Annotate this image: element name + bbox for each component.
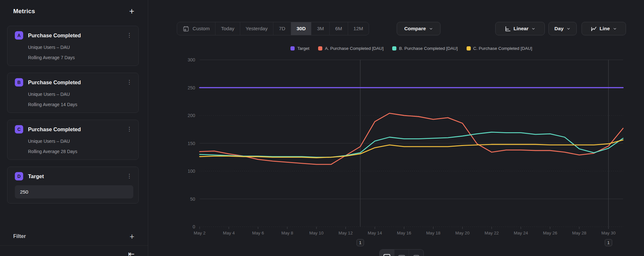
metric-options-button[interactable]: ⋮ bbox=[125, 33, 133, 38]
target-card[interactable]: DTarget⋮ bbox=[7, 167, 139, 204]
metrics-header: Metrics + bbox=[13, 8, 134, 15]
metric-card-b[interactable]: BPurchase Completed⋮Unique Users – DAURo… bbox=[7, 73, 139, 113]
chart-type-select-button[interactable]: Line bbox=[582, 22, 626, 35]
legend-item-0[interactable]: Target bbox=[290, 46, 309, 51]
y-axis-label-200: 200 bbox=[188, 113, 195, 118]
chart-type-label: Line bbox=[600, 26, 610, 32]
y-axis-label-50: 50 bbox=[190, 197, 195, 202]
x-axis-label-may-8: May 8 bbox=[281, 231, 293, 235]
metrics-sidebar: Metrics + APurchase Completed⋮Unique Use… bbox=[0, 0, 148, 256]
date-range-label: Yesterday bbox=[246, 26, 268, 32]
date-range-12m[interactable]: 12M bbox=[348, 22, 369, 35]
filter-title: Filter bbox=[13, 233, 26, 239]
x-axis-label-may-24: May 24 bbox=[514, 231, 528, 235]
series-line-c-purchase-completed-dau[interactable] bbox=[200, 140, 623, 158]
collapse-sidebar-button[interactable]: ⇤ bbox=[128, 250, 135, 256]
target-options-button[interactable]: ⋮ bbox=[125, 174, 133, 179]
chart-size-control bbox=[379, 249, 424, 256]
metric-transform: Rolling Average 14 Days bbox=[28, 101, 133, 108]
metric-title: Purchase Completed bbox=[28, 32, 125, 39]
date-range-label: 30D bbox=[297, 26, 306, 32]
x-axis-label-may-12: May 12 bbox=[338, 231, 353, 235]
date-range-yesterday[interactable]: Yesterday bbox=[240, 22, 273, 35]
legend-item-2[interactable]: B. Purchase Completed [DAU] bbox=[392, 46, 458, 51]
date-range-custom[interactable]: Custom bbox=[177, 22, 215, 35]
target-title: Target bbox=[28, 173, 125, 179]
x-axis-label-may-16: May 16 bbox=[397, 231, 411, 235]
x-axis-label-may-2: May 2 bbox=[194, 231, 206, 235]
chart-legend: TargetA. Purchase Completed [DAU]B. Purc… bbox=[200, 46, 623, 51]
date-range-label: 7D bbox=[279, 26, 285, 32]
compare-button[interactable]: Compare bbox=[397, 22, 440, 35]
x-axis-label-may-30: May 30 bbox=[601, 231, 616, 235]
date-range-7d[interactable]: 7D bbox=[273, 22, 291, 35]
metric-card-a[interactable]: APurchase Completed⋮Unique Users – DAURo… bbox=[7, 26, 139, 66]
chart-size-medium-button[interactable] bbox=[394, 250, 409, 256]
chart-size-large-button[interactable] bbox=[380, 250, 394, 256]
x-axis-label-may-14: May 14 bbox=[368, 231, 382, 235]
date-range-6m[interactable]: 6M bbox=[330, 22, 348, 35]
metrics-title: Metrics bbox=[13, 8, 35, 15]
metric-options-button[interactable]: ⋮ bbox=[125, 127, 133, 132]
filter-section: Filter + bbox=[13, 233, 134, 240]
date-range-today[interactable]: Today bbox=[215, 22, 240, 35]
add-filter-button[interactable]: + bbox=[129, 233, 134, 240]
chevron-down-icon bbox=[531, 27, 535, 31]
metric-card-header: BPurchase Completed⋮ bbox=[15, 78, 133, 87]
date-range-label: 12M bbox=[354, 26, 363, 32]
x-axis-label-may-6: May 6 bbox=[252, 231, 264, 235]
interval-select-button[interactable]: Day bbox=[548, 22, 577, 35]
legend-label: C. Purchase Completed [DAU] bbox=[473, 46, 532, 51]
date-range-label: 6M bbox=[335, 26, 342, 32]
chart-size-small-button[interactable] bbox=[409, 250, 423, 256]
metric-measurement: Unique Users – DAU bbox=[28, 138, 133, 144]
legend-label: Target bbox=[297, 46, 309, 51]
metric-letter-badge: C bbox=[15, 125, 23, 133]
linear-scale-icon bbox=[505, 26, 511, 32]
scale-select-button[interactable]: Linear bbox=[495, 22, 545, 35]
legend-swatch bbox=[318, 46, 322, 50]
y-axis-label-0: 0 bbox=[193, 224, 195, 229]
line-chart-icon bbox=[591, 26, 597, 32]
calendar-icon bbox=[183, 25, 189, 32]
metric-measurement: Unique Users – DAU bbox=[28, 91, 133, 97]
metric-transform: Rolling Average 28 Days bbox=[28, 148, 133, 155]
chart-size-large-icon bbox=[384, 254, 390, 256]
chevron-down-icon bbox=[566, 27, 571, 31]
legend-item-3[interactable]: C. Purchase Completed [DAU] bbox=[467, 46, 532, 51]
legend-swatch bbox=[290, 46, 295, 50]
date-range-label: Custom bbox=[193, 26, 210, 32]
add-metric-button[interactable]: + bbox=[129, 8, 134, 14]
metric-title: Purchase Completed bbox=[28, 79, 125, 86]
target-value-input[interactable] bbox=[15, 185, 133, 198]
metric-letter-badge: A bbox=[15, 31, 23, 40]
x-axis-label-may-10: May 10 bbox=[309, 231, 324, 235]
metric-card-header: CPurchase Completed⋮ bbox=[15, 125, 133, 133]
legend-label: B. Purchase Completed [DAU] bbox=[399, 46, 458, 51]
legend-item-1[interactable]: A. Purchase Completed [DAU] bbox=[318, 46, 384, 51]
date-range-label: Today bbox=[221, 26, 234, 32]
x-axis-label-may-22: May 22 bbox=[485, 231, 499, 235]
interval-label: Day bbox=[554, 26, 564, 32]
metrics-line-chart[interactable]: 050100150200250300May 2May 4May 6May 8Ma… bbox=[180, 55, 631, 256]
annotation-badge-label: 1 bbox=[359, 240, 361, 245]
scale-label: Linear bbox=[514, 26, 529, 32]
metric-options-button[interactable]: ⋮ bbox=[125, 80, 133, 85]
legend-swatch bbox=[392, 46, 396, 50]
date-range-30d[interactable]: 30D bbox=[291, 22, 311, 35]
x-axis-label-may-26: May 26 bbox=[543, 231, 557, 235]
metric-transform: Rolling Average 7 Days bbox=[28, 54, 133, 61]
x-axis-label-may-4: May 4 bbox=[223, 231, 235, 235]
date-range-label: 3M bbox=[317, 26, 324, 32]
metric-measurement: Unique Users – DAU bbox=[28, 44, 133, 50]
sidebar-divider bbox=[0, 245, 148, 246]
y-axis-label-150: 150 bbox=[188, 141, 195, 146]
date-range-3m[interactable]: 3M bbox=[311, 22, 330, 35]
metric-title: Purchase Completed bbox=[28, 126, 125, 133]
metric-card-c[interactable]: CPurchase Completed⋮Unique Users – DAURo… bbox=[7, 120, 139, 160]
legend-label: A. Purchase Completed [DAU] bbox=[325, 46, 384, 51]
annotation-badge-label: 1 bbox=[607, 240, 610, 245]
metric-card-list: APurchase Completed⋮Unique Users – DAURo… bbox=[7, 26, 139, 210]
x-axis-label-may-18: May 18 bbox=[426, 231, 440, 235]
legend-swatch bbox=[467, 46, 471, 50]
